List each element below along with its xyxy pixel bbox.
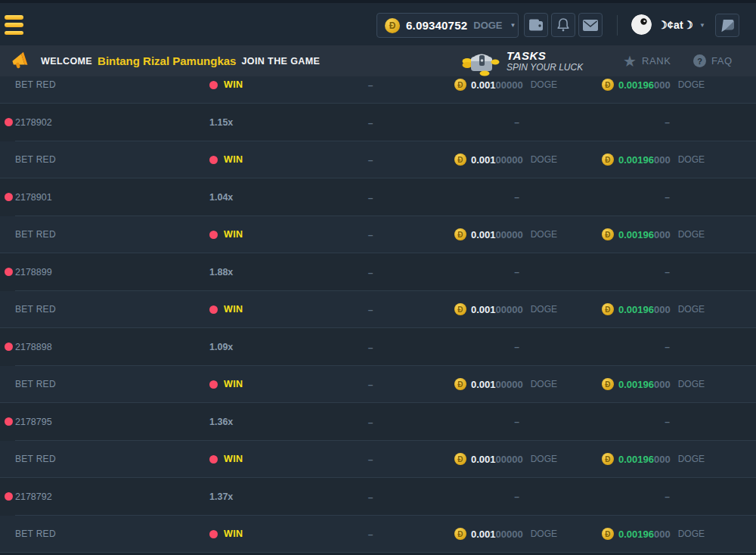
faq-link[interactable]: ? FAQ (693, 45, 733, 76)
dash: – (665, 267, 670, 278)
bet-amount-cell: Đ0.00100000DOGE (416, 79, 563, 91)
result-label: WIN (224, 529, 243, 539)
red-dot-icon (5, 343, 13, 351)
bet-amount: 0.001 (471, 154, 496, 166)
doge-coin-icon: Đ (454, 528, 466, 540)
bet-id-row[interactable]: 21788991.88x––– (0, 253, 756, 291)
result-cell: WIN (185, 529, 325, 539)
doge-coin-icon: Đ (602, 528, 614, 540)
rank-link[interactable]: ★ RANK (623, 45, 671, 76)
profit-amount-trailing: 000 (654, 379, 671, 390)
username[interactable]: ☽¢at☽ (658, 19, 693, 31)
bet-type-label: BET RED (15, 154, 56, 165)
bet-detail-row[interactable]: BET REDWIN–Đ0.00100000DOGEĐ0.00196000DOG… (0, 216, 756, 254)
multiplier-value: 1.04x (209, 192, 233, 203)
bet-type-label: BET RED (15, 229, 56, 240)
dash: – (368, 193, 373, 203)
bet-amount-unit: DOGE (531, 229, 557, 240)
dash: – (368, 230, 373, 240)
bet-detail-row[interactable]: BET REDWIN–Đ0.00100000DOGEĐ0.00196000DOG… (0, 291, 756, 329)
bet-type-label: BET RED (15, 304, 56, 315)
empty-cell: – (325, 340, 416, 354)
bet-id-cell: 2178899 (0, 267, 185, 278)
empty-cell: – (325, 490, 416, 504)
profit-unit: DOGE (678, 304, 705, 315)
user-menu-caret-icon[interactable]: ▼ (699, 22, 705, 29)
multiplier-value: 1.09x (209, 342, 233, 352)
dash: – (368, 155, 373, 166)
bet-detail-row[interactable]: BET REDWIN–Đ0.00100000DOGEĐ0.00196000DOG… (0, 366, 756, 404)
profit-amount: 0.00196 (618, 229, 654, 240)
profit-amount-trailing: 000 (654, 454, 671, 465)
profit-unit: DOGE (678, 229, 705, 240)
multiplier-value: 1.15x (209, 117, 233, 128)
messages-button[interactable] (578, 13, 603, 37)
doge-coin-icon: Đ (454, 378, 466, 390)
red-dot-icon (209, 380, 218, 389)
bet-type-cell: BET RED (0, 454, 185, 464)
tasks-title: TASKS (507, 50, 583, 62)
balance-currency: DOGE (473, 20, 502, 31)
profit-amount: 0.00196 (618, 529, 654, 540)
multiplier-value: 1.37x (209, 491, 233, 502)
bet-detail-row[interactable]: BET REDWIN–Đ0.00100000DOGEĐ0.00196000DOG… (0, 441, 756, 479)
menu-icon (5, 23, 23, 27)
bet-id-row[interactable]: 21789011.04x––– (0, 178, 756, 216)
bet-id-row[interactable]: 21788981.09x––– (0, 328, 756, 366)
multiplier-cell: 1.36x (185, 417, 325, 427)
dash: – (514, 267, 519, 278)
empty-cell: – (325, 265, 416, 279)
empty-cell: – (325, 377, 416, 391)
profit-amount-trailing: 000 (654, 529, 671, 540)
wallet-button[interactable] (524, 13, 548, 37)
dash: – (514, 342, 519, 352)
tasks-link[interactable]: TASKS SPIN YOUR LUCK (461, 45, 583, 76)
result-label: WIN (224, 229, 243, 240)
chat-toggle-button[interactable] (715, 14, 739, 37)
balance-selector[interactable]: Đ 6.09340752 DOGE ▼ (376, 13, 519, 38)
dash: – (665, 342, 670, 352)
empty-cell: – (325, 527, 416, 541)
doge-coin-icon: Đ (602, 153, 614, 166)
bet-type-cell: BET RED (0, 529, 185, 539)
bet-id: 2178901 (15, 192, 52, 203)
dash: – (368, 492, 373, 503)
bet-detail-row[interactable]: BET REDWIN–Đ0.00100000DOGEĐ0.00196000DOG… (0, 516, 756, 553)
bet-id-row[interactable]: 21787921.37x––– (0, 478, 756, 516)
doge-coin-icon: Đ (602, 303, 614, 315)
dash: – (514, 192, 519, 203)
notifications-button[interactable] (551, 13, 575, 37)
result-cell: WIN (185, 229, 325, 240)
doge-coin-icon: Đ (602, 453, 614, 465)
profit-cell: Đ0.00196000DOGE (563, 378, 711, 390)
multiplier-cell: 1.88x (185, 267, 325, 278)
empty-cell: – (416, 417, 563, 427)
bet-id: 2178795 (15, 417, 52, 427)
multiplier-cell: 1.04x (185, 192, 325, 203)
result-cell: WIN (185, 454, 325, 464)
menu-button[interactable] (5, 15, 24, 35)
red-dot-icon (209, 305, 218, 314)
result-cell: WIN (185, 154, 325, 165)
empty-cell: – (416, 267, 563, 278)
red-dot-icon (5, 118, 13, 126)
bet-id-row[interactable]: 21789021.15x––– (0, 104, 756, 141)
dash: – (368, 343, 373, 353)
multiplier-cell: 1.09x (185, 342, 325, 352)
doge-coin-icon: Đ (454, 303, 466, 315)
bet-id-row[interactable]: 21787951.36x––– (0, 403, 756, 441)
profit-unit: DOGE (678, 79, 705, 90)
bet-detail-row[interactable]: BET REDWIN–Đ0.00100000DOGEĐ0.00196000DOG… (0, 76, 756, 104)
empty-cell: – (563, 117, 711, 128)
doge-coin-icon: Đ (454, 153, 466, 166)
bet-detail-row[interactable]: BET REDWIN–Đ0.00100000DOGEĐ0.00196000DOG… (0, 141, 756, 179)
red-dot-icon (5, 417, 13, 426)
doge-coin-icon: Đ (602, 228, 614, 240)
empty-cell: – (416, 192, 563, 203)
avatar[interactable] (631, 14, 652, 35)
red-dot-icon (209, 530, 218, 538)
bet-id-cell: 2178902 (0, 117, 185, 128)
bet-amount-trailing: 00000 (496, 379, 523, 390)
dash: – (368, 380, 373, 390)
dash: – (665, 491, 670, 502)
